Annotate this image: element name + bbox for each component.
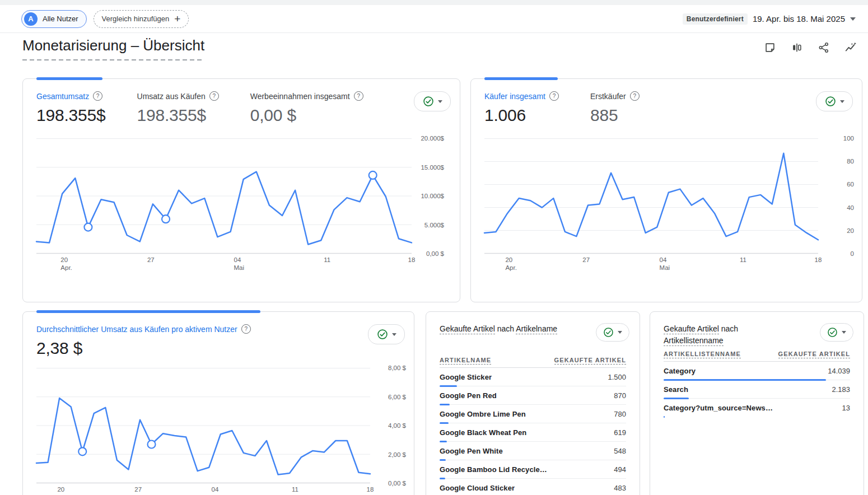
x-axis-label: 18: [815, 256, 822, 264]
metric-gesamtumsatz[interactable]: Gesamtumsatz?198.355$: [36, 91, 106, 125]
data-quality-pill[interactable]: [816, 91, 853, 111]
help-icon[interactable]: ?: [549, 91, 559, 101]
data-quality-pill[interactable]: [368, 324, 405, 344]
note-icon[interactable]: [764, 41, 776, 54]
x-axis: 20Apr.2704Mai1118: [484, 256, 818, 275]
metric-label: Käufer insgesamt: [484, 92, 545, 101]
revenue-line-chart: 20.000$15.000$10.000$5.000$0,00 $ 20Apr.…: [36, 138, 444, 275]
metric-durchschnittlicher-umsatz-aus-k-ufen-pro-aktivem-nutzer[interactable]: Durchschnittlicher Umsatz aus Käufen pro…: [36, 324, 251, 358]
card-title-part: nach: [721, 324, 738, 333]
comparison-icon[interactable]: [791, 41, 803, 54]
table-row[interactable]: Google Cloud Sticker483: [440, 479, 626, 495]
insights-icon[interactable]: [844, 41, 857, 54]
card-title-part: Gekaufte Artikel: [664, 324, 719, 334]
chevron-down-icon: [438, 100, 442, 103]
check-circle-icon: [423, 96, 434, 107]
segment-chips: A Alle Nutzer Vergleich hinzufügen +: [21, 10, 189, 28]
data-quality-pill[interactable]: [414, 91, 451, 111]
item-count: 13: [842, 404, 850, 412]
chart-line: [484, 153, 818, 240]
audience-chip-label: Alle Nutzer: [43, 15, 78, 23]
table-header: ARTIKELNAME GEKAUFTE ARTIKEL: [440, 357, 626, 368]
value-bar: [440, 385, 457, 387]
card-title[interactable]: Gekaufte Artikel nach Artikellistenname: [664, 323, 790, 347]
chevron-down-icon: [618, 331, 622, 334]
y-axis: 100806040200: [820, 138, 854, 254]
item-name: Google Pen White: [440, 447, 503, 455]
help-icon[interactable]: ?: [209, 91, 219, 101]
card-title[interactable]: Gekaufte Artikel nach Artikelname: [440, 323, 557, 335]
items-by-list-name-card: Gekaufte Artikel nach Artikellistenname …: [650, 311, 864, 495]
y-axis-label: 6,00 $: [388, 394, 406, 400]
table-row[interactable]: Category14.039: [664, 362, 850, 380]
metric-umsatz-aus-k-ufen[interactable]: Umsatz aus Käufen?198.355$: [137, 91, 219, 125]
table-row[interactable]: Category?utm_source=News…13: [664, 399, 850, 417]
help-icon[interactable]: ?: [630, 91, 640, 101]
anomaly-marker[interactable]: [78, 447, 86, 455]
item-count: 780: [614, 410, 626, 418]
item-name: Category: [664, 367, 696, 375]
column-header-artikelname[interactable]: ARTIKELNAME: [440, 357, 491, 363]
table-row[interactable]: Google Pen White548: [440, 442, 626, 460]
y-axis: 20.000$15.000$10.000$5.000$0,00 $: [414, 138, 444, 254]
metric-carousel-indicator[interactable]: [484, 77, 558, 80]
value-bar: [664, 379, 826, 381]
chevron-down-icon: [842, 331, 846, 334]
share-icon[interactable]: [818, 41, 830, 54]
metric-carousel-indicator[interactable]: [36, 77, 102, 80]
data-quality-pill[interactable]: [820, 323, 853, 342]
metric-label: Werbeeinnahmen insgesamt: [250, 92, 350, 101]
report-actions: [764, 41, 857, 54]
chevron-down-icon: [392, 333, 396, 336]
card-header: Durchschnittlicher Umsatz aus Käufen pro…: [23, 312, 414, 358]
column-header-gekaufte-artikel[interactable]: GEKAUFTE ARTIKEL: [554, 357, 626, 363]
table-row[interactable]: Search2.183: [664, 380, 850, 399]
chart-plot-area[interactable]: [36, 138, 412, 254]
date-range-picker[interactable]: Benutzerdefiniert 19. Apr. bis 18. Mai 2…: [683, 13, 856, 25]
check-circle-icon: [377, 329, 388, 340]
anomaly-marker[interactable]: [162, 215, 170, 223]
y-axis-label: 0: [851, 250, 854, 257]
metric-value: 885: [590, 106, 640, 125]
anomaly-marker[interactable]: [84, 223, 92, 231]
table-row[interactable]: Google Pen Red870: [440, 386, 626, 405]
value-bar: [440, 404, 450, 405]
chart-plot-area[interactable]: [36, 368, 370, 483]
table-row[interactable]: Google Bamboo Lid Recycle…494: [440, 460, 626, 479]
x-axis-label: 04Mai: [212, 485, 222, 495]
help-icon[interactable]: ?: [241, 324, 251, 334]
table-row[interactable]: Google Black Wheat Pen619: [440, 423, 626, 442]
card-header: Käufer insgesamt?1.006Erstkäufer?885: [471, 79, 862, 125]
help-icon[interactable]: ?: [354, 91, 363, 101]
y-axis-label: 15.000$: [421, 164, 444, 171]
metric-group: Käufer insgesamt?1.006Erstkäufer?885: [484, 91, 640, 125]
y-axis-label: 5.000$: [424, 222, 444, 228]
metric-k-ufer-insgesamt[interactable]: Käufer insgesamt?1.006: [484, 91, 559, 125]
y-axis-label: 0,00 $: [388, 480, 406, 487]
item-count: 14.039: [828, 367, 850, 375]
x-axis: 20Apr.2704Mai1118: [36, 485, 370, 495]
chart-plot-area[interactable]: [484, 138, 818, 254]
table-row[interactable]: Google Ombre Lime Pen780: [440, 405, 626, 423]
metric-werbeeinnahmen-insgesamt[interactable]: Werbeeinnahmen insgesamt?0,00 $: [250, 91, 363, 125]
x-axis-label: 20Apr.: [57, 485, 68, 495]
help-icon[interactable]: ?: [93, 91, 102, 101]
item-name: Search: [664, 385, 688, 394]
metric-value: 198.355$: [36, 106, 106, 125]
x-axis-label: 27: [147, 256, 155, 264]
title-row: Monetarisierung – Übersicht: [22, 37, 857, 60]
metric-erstk-ufer[interactable]: Erstkäufer?885: [590, 91, 640, 125]
metric-value: 0,00 $: [250, 106, 363, 125]
table-row[interactable]: Google Sticker1.500: [440, 368, 626, 386]
column-header-artikellistenname[interactable]: ARTIKELLISTENNAME: [664, 351, 741, 357]
column-header-gekaufte-artikel[interactable]: GEKAUFTE ARTIKEL: [778, 351, 850, 357]
anomaly-marker[interactable]: [148, 440, 156, 448]
check-circle-icon: [825, 96, 836, 107]
anomaly-marker[interactable]: [369, 171, 377, 179]
add-comparison-chip[interactable]: Vergleich hinzufügen +: [94, 10, 189, 28]
x-axis-label: 20Apr.: [60, 256, 72, 272]
metric-carousel-indicator[interactable]: [36, 310, 260, 313]
data-quality-pill[interactable]: [596, 323, 629, 342]
audience-chip-all-users[interactable]: A Alle Nutzer: [21, 10, 87, 28]
y-axis-label: 60: [847, 181, 854, 188]
